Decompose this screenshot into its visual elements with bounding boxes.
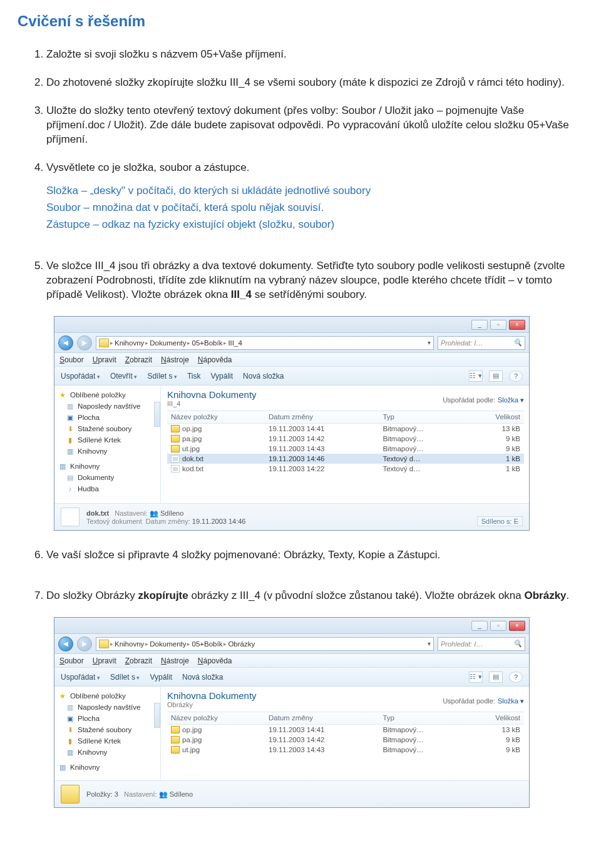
table-row[interactable]: pa.jpg19.11.2003 14:42Bitmapový…9 kB [167,735,524,745]
nav-desktop[interactable]: ▣Plocha [57,713,158,724]
arrange-value[interactable]: Složka ▾ [498,396,524,404]
col-type[interactable]: Typ [379,411,466,424]
view-options-button[interactable]: ☷ ▾ [469,671,483,683]
back-button[interactable]: ◄ [58,335,73,350]
chevron-down-icon[interactable]: ▾ [428,640,431,647]
menu-item[interactable]: Zobrazit [125,656,152,665]
nav-recent[interactable]: ▥Naposledy navštíve [57,401,158,412]
crumb[interactable]: 05+Bobík [192,339,222,347]
table-header-row: Název položky Datum změny Typ Velikost [167,712,524,725]
table-row[interactable]: ut.jpg19.11.2003 14:43Bitmapový…9 kB [167,745,524,755]
nav-downloads[interactable]: ⬇Stažené soubory [57,724,158,735]
col-size[interactable]: Velikost [466,712,524,725]
nav-downloads[interactable]: ⬇Stažené soubory [57,423,158,434]
forward-button[interactable]: ► [77,335,92,350]
view-options-button[interactable]: ☷ ▾ [469,370,483,382]
crumb[interactable]: 05+Bobík [192,640,222,648]
search-placeholder: Prohledat: I… [441,640,483,648]
open-button[interactable]: Otevřít [110,372,138,380]
burn-button[interactable]: Vypálit [211,372,234,380]
nav-libraries-root[interactable]: ▥Knihovny [57,461,158,472]
new-folder-button[interactable]: Nová složka [243,372,284,380]
explorer-window-1: _ ▫ × ◄ ► ▸ Knihovny ▸ Dokumenty ▸ 05+Bo… [54,316,530,531]
toolbar: Uspořádat Otevřít Sdílet s Tisk Vypálit … [54,367,529,385]
crumb[interactable]: III_4 [228,339,242,347]
crumb[interactable]: Dokumenty [150,339,186,347]
help-button[interactable]: ? [509,370,523,382]
table-row[interactable]: kod.txt19.11.2003 14:22Textový d…1 kB [167,464,524,474]
search-input[interactable]: Prohledat: I… 🔍 [438,637,525,651]
nav-documents[interactable]: ▤Dokumenty [57,472,158,483]
menu-item[interactable]: Upravit [93,355,116,364]
col-date[interactable]: Datum změny [265,411,379,424]
file-thumb-icon [61,508,80,526]
nav-libraries[interactable]: ▥Knihovny [57,446,158,457]
chevron-down-icon[interactable]: ▾ [428,339,431,346]
crumb[interactable]: Knihovny [115,339,144,347]
answer-4b: Soubor – množina dat v počítači, která s… [46,201,583,215]
new-folder-button[interactable]: Nová složka [182,673,223,682]
nav-favorites[interactable]: ★Oblíbené položky [57,389,158,401]
print-button[interactable]: Tisk [187,372,201,380]
details-date-val: 19.11.2003 14:46 [192,518,246,525]
menu-item[interactable]: Upravit [93,656,116,665]
table-row[interactable]: op.jpg19.11.2003 14:41Bitmapový…13 kB [167,424,524,434]
task-1: Založte si svoji složku s názvem 05+Vaše… [46,48,583,62]
search-icon: 🔍 [513,640,522,648]
nav-recent[interactable]: ▥Naposledy navštíve [57,702,158,713]
burn-button[interactable]: Vypálit [150,673,172,682]
organize-button[interactable]: Uspořádat [61,673,100,682]
details-pane: dok.txt Nastavení: 👥 Sdíleno Textový dok… [54,503,529,530]
preview-pane-button[interactable]: ▤ [489,671,503,683]
answer-4: Složka – „desky" v počítači, do kterých … [46,184,583,232]
nav-shared[interactable]: ▮Sdílené Krtek [57,735,158,747]
scrollbar[interactable] [154,703,160,728]
forward-button[interactable]: ► [77,636,92,651]
preview-pane-button[interactable]: ▤ [489,370,503,382]
breadcrumb[interactable]: ▸ Knihovny ▸ Dokumenty ▸ 05+Bobík ▸ Obrá… [96,637,434,651]
nav-libraries[interactable]: ▥Knihovny [57,747,158,758]
nav-shared[interactable]: ▮Sdílené Krtek [57,434,158,446]
close-button[interactable]: × [509,621,525,631]
nav-favorites[interactable]: ★Oblíbené položky [57,690,158,702]
table-row-selected[interactable]: dok.txt19.11.2003 14:46Textový d…1 kB [167,454,524,464]
minimize-button[interactable]: _ [471,320,488,330]
share-button[interactable]: Sdílet s [147,372,177,380]
crumb[interactable]: Knihovny [115,640,144,648]
menu-item[interactable]: Zobrazit [125,355,152,364]
crumb[interactable]: Dokumenty [150,640,186,648]
back-button[interactable]: ◄ [58,636,73,651]
table-row[interactable]: pa.jpg19.11.2003 14:42Bitmapový…9 kB [167,434,524,444]
table-row[interactable]: op.jpg19.11.2003 14:41Bitmapový…13 kB [167,725,524,735]
organize-button[interactable]: Uspořádat [61,372,100,380]
menu-item[interactable]: Soubor [59,355,84,364]
close-button[interactable]: × [509,320,525,330]
col-name[interactable]: Název položky [167,712,265,725]
col-type[interactable]: Typ [379,712,466,725]
breadcrumb[interactable]: ▸ Knihovny ▸ Dokumenty ▸ 05+Bobík ▸ III_… [96,336,434,350]
nav-music[interactable]: ♪Hudba [57,483,158,494]
search-input[interactable]: Prohledat: I… 🔍 [438,336,525,350]
nav-desktop[interactable]: ▣Plocha [57,412,158,423]
details-set-label: Nastavení: [124,790,157,798]
menu-item[interactable]: Nástroje [161,656,189,665]
nav-libraries-root[interactable]: ▥Knihovny [57,762,158,773]
minimize-button[interactable]: _ [471,621,488,631]
scrollbar[interactable] [154,402,160,427]
menu-item[interactable]: Nápověda [198,355,232,364]
menu-item[interactable]: Nástroje [161,355,189,364]
menu-item[interactable]: Nápověda [198,656,232,665]
maximize-button[interactable]: ▫ [490,320,506,330]
table-row[interactable]: ut.jpg19.11.2003 14:43Bitmapový…9 kB [167,444,524,454]
arrange-value[interactable]: Složka ▾ [498,697,524,705]
help-button[interactable]: ? [509,671,523,683]
col-size[interactable]: Velikost [466,411,524,424]
maximize-button[interactable]: ▫ [490,621,506,631]
share-button[interactable]: Sdílet s [110,673,140,682]
star-icon: ★ [58,391,67,399]
task-7: Do složky Obrázky zkopírujte obrázky z I… [46,589,583,603]
col-date[interactable]: Datum změny [265,712,379,725]
menu-item[interactable]: Soubor [59,656,84,665]
col-name[interactable]: Název položky [167,411,265,424]
crumb[interactable]: Obrázky [228,640,255,648]
